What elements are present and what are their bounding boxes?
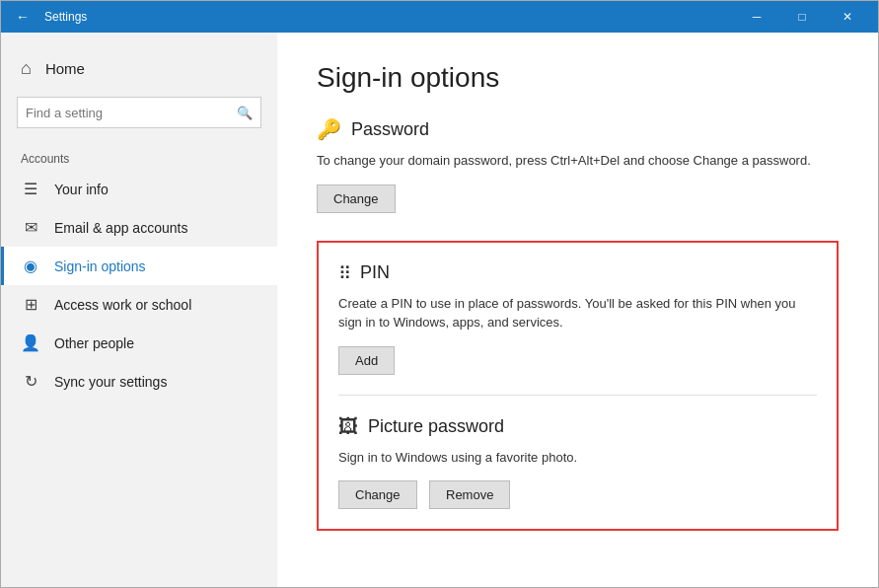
sidebar-home-label: Home [45,60,85,77]
pin-section-desc: Create a PIN to use in place of password… [338,294,817,332]
sidebar-item-email-app-accounts[interactable]: ✉ Email & app accounts [1,208,277,247]
sidebar-item-other-people[interactable]: 👤 Other people [1,324,277,362]
search-box: 🔍 [17,97,261,128]
search-icon: 🔍 [229,106,260,120]
minimize-icon: ─ [753,10,762,24]
your-info-icon: ☰ [21,180,40,198]
work-school-icon: ⊞ [21,295,40,314]
search-input[interactable] [18,106,229,120]
close-icon: ✕ [842,10,852,24]
sidebar-item-your-info[interactable]: ☰ Your info [1,170,277,208]
picture-password-icon: 🖼 [338,415,358,438]
section-divider [338,395,817,396]
other-people-icon: 👤 [21,333,40,352]
password-section-desc: To change your domain password, press Ct… [317,151,839,171]
content-area: Sign-in options 🔑 Password To change you… [277,33,878,587]
sign-in-icon: ◉ [21,257,40,275]
pin-section: ⠿ PIN Create a PIN to use in place of pa… [338,262,817,375]
main-area: ⌂ Home 🔍 Accounts ☰ Your info ✉ Email & … [1,33,878,587]
home-icon: ⌂ [21,58,32,79]
close-button[interactable]: ✕ [825,1,870,33]
titlebar: ← Settings ─ □ ✕ [1,1,878,33]
minimize-button[interactable]: ─ [734,1,779,33]
password-section-title: Password [351,119,429,140]
maximize-icon: □ [798,10,805,24]
sidebar-item-label: Sync your settings [54,374,167,390]
sidebar-item-label: Sign-in options [54,258,146,274]
sidebar-item-label: Your info [54,182,109,197]
email-icon: ✉ [21,218,40,237]
sidebar-section-label: Accounts [1,144,277,170]
picture-password-section-title: Picture password [368,416,504,437]
pin-section-title: PIN [360,262,390,283]
sidebar-item-home[interactable]: ⌂ Home [1,48,277,89]
sidebar: ⌂ Home 🔍 Accounts ☰ Your info ✉ Email & … [1,33,277,587]
password-section: 🔑 Password To change your domain passwor… [317,117,839,213]
pin-icon: ⠿ [338,262,350,284]
settings-window: ← Settings ─ □ ✕ ⌂ Home 🔍 [0,0,879,588]
sidebar-item-label: Other people [54,335,134,351]
highlight-box: ⠿ PIN Create a PIN to use in place of pa… [317,241,839,532]
picture-password-section-header: 🖼 Picture password [338,415,817,438]
password-icon: 🔑 [317,117,341,141]
picture-password-section-desc: Sign in to Windows using a favorite phot… [338,448,817,468]
back-icon: ← [16,9,30,25]
page-title: Sign-in options [317,62,839,94]
sidebar-item-access-work-school[interactable]: ⊞ Access work or school [1,285,277,324]
sidebar-item-label: Email & app accounts [54,220,187,236]
back-button[interactable]: ← [9,3,37,31]
pin-add-button[interactable]: Add [338,346,395,375]
picture-password-change-button[interactable]: Change [338,480,417,509]
password-section-header: 🔑 Password [317,117,839,141]
window-controls: ─ □ ✕ [734,1,870,33]
sidebar-item-sync-settings[interactable]: ↻ Sync your settings [1,362,277,401]
titlebar-title: Settings [44,10,734,24]
sidebar-item-label: Access work or school [54,297,191,313]
picture-password-remove-button[interactable]: Remove [429,480,510,509]
sidebar-item-sign-in-options[interactable]: ◉ Sign-in options [1,247,277,285]
picture-password-section: 🖼 Picture password Sign in to Windows us… [338,415,817,510]
password-change-button[interactable]: Change [317,184,396,213]
sync-icon: ↻ [21,372,40,391]
maximize-button[interactable]: □ [779,1,825,33]
pin-section-header: ⠿ PIN [338,262,817,284]
